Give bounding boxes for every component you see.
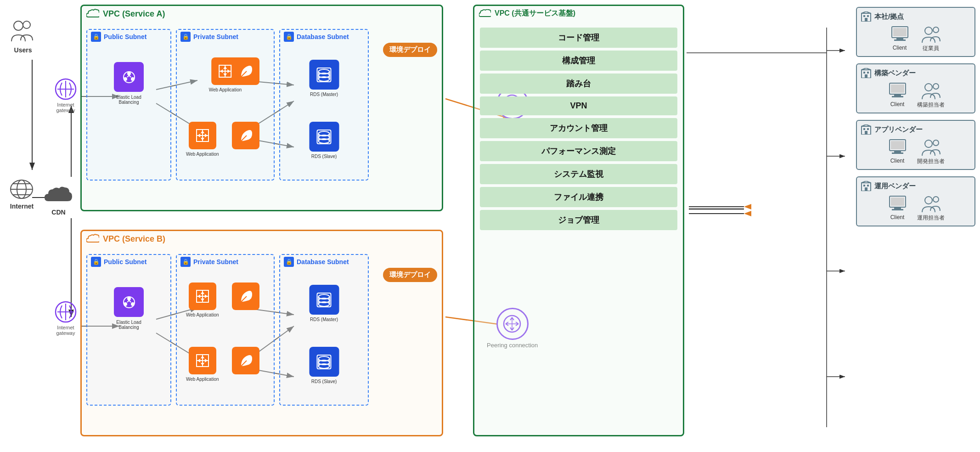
cdn-icon: [44, 184, 73, 207]
vendor-app-client-label: Client: [890, 158, 905, 164]
svg-marker-58: [205, 134, 208, 137]
leaf-svg-1b: [237, 288, 254, 305]
svg-point-151: [925, 197, 932, 204]
vendor-kochiku-header: 構築ベンダー: [861, 68, 971, 78]
vpc-common-title: VPC (共通サービス基盤): [495, 9, 575, 18]
vendor-app-person-label: 開発担当者: [917, 158, 945, 165]
rds-master-svg-a: [315, 65, 334, 85]
svg-rect-126: [892, 96, 903, 97]
webapp3-a-icon: [189, 122, 216, 149]
svg-rect-118: [863, 72, 865, 73]
public-subnet-a-label: Public Subnet: [104, 33, 146, 40]
vpc-service-a: VPC (Service A) 🔒 Public Subnet: [80, 5, 443, 211]
svg-rect-142: [863, 185, 865, 186]
database-subnet-a-header: 🔒 Database Subnet: [280, 30, 368, 44]
svg-rect-149: [894, 207, 901, 209]
webapp1-b-label: Web Application: [186, 312, 219, 317]
vendor-honsha-icons: Client 従業員: [861, 25, 971, 52]
vendor-unyo-header: 運用ベンダー: [861, 181, 971, 191]
vendor-honsha: 本社/拠点 Client: [856, 7, 975, 57]
svg-marker-48: [224, 66, 227, 69]
vpc-a-header: VPC (Service A): [82, 6, 442, 22]
internet-label: Internet: [10, 203, 34, 210]
svg-rect-106: [863, 15, 865, 17]
vendor-honsha-header: 本社/拠点: [861, 11, 971, 22]
svg-marker-87: [201, 356, 204, 358]
vpc-common-header: VPC (共通サービス基盤): [474, 6, 683, 21]
svg-point-40: [127, 72, 131, 75]
rds-master-a-container: RDS (Master): [309, 60, 339, 97]
webapp-svg-1a: [217, 62, 234, 80]
vendor-kochiku-client-label: Client: [890, 101, 905, 107]
webapp-svg-1b: [194, 288, 211, 305]
vendor-app-client: Client: [887, 138, 908, 165]
diagram: Users Internet CDN: [0, 0, 980, 452]
webapp-svg-2a: [194, 127, 211, 144]
lock-icon-private-a: 🔒: [180, 32, 191, 42]
elb-a-label: Elastic Load Balancing: [111, 95, 147, 105]
rds-slave-svg-b: [315, 352, 334, 372]
service-config-mgmt: 構成管理: [480, 51, 677, 71]
vendor-honsha-person-label: 従業員: [923, 45, 939, 52]
vendor-unyo-icons: Client 運用担当者: [861, 195, 971, 222]
svg-marker-57: [197, 134, 200, 137]
vpc-common: VPC (共通サービス基盤) コード管理 構成管理 踏み台 VPN アカウント管…: [473, 5, 684, 436]
webapp2-b-leaf-container: [232, 282, 259, 310]
elb-svg: [120, 68, 138, 86]
webapp3-a-label: Web Application: [186, 152, 219, 157]
webapp4-b-leaf-icon: [232, 347, 259, 374]
lock-icon-db-a: 🔒: [284, 32, 294, 42]
rds-master-a-icon: [309, 60, 339, 90]
lock-icon-public-b: 🔒: [91, 257, 101, 267]
lock-icon-private-b: 🔒: [180, 257, 191, 267]
internet-icon: [9, 179, 34, 200]
svg-rect-114: [894, 40, 906, 41]
webapp3-b-container: Web Application: [186, 347, 219, 382]
deploy-badge-b-text: 環境デプロイ: [389, 271, 431, 278]
vendor-app: アプリベンダー Client: [856, 120, 975, 170]
public-subnet-a-header: 🔒 Public Subnet: [87, 30, 170, 44]
database-subnet-b-header: 🔒 Database Subnet: [280, 255, 368, 269]
svg-point-127: [925, 84, 932, 91]
svg-point-42: [131, 77, 135, 81]
svg-rect-112: [893, 28, 907, 36]
svg-point-31: [23, 21, 30, 28]
database-subnet-a-label: Database Subnet: [297, 33, 349, 41]
person-icon-app: [919, 138, 942, 156]
lock-icon-public-a: 🔒: [91, 32, 101, 42]
computer-icon-app: [887, 138, 908, 156]
vendor-honsha-person: 従業員: [919, 25, 942, 52]
leaf-svg-2a: [237, 127, 254, 144]
vendor-kochiku-label: 構築ベンダー: [874, 69, 916, 78]
svg-rect-119: [867, 72, 869, 73]
vendor-kochiku-person-label: 構築担当者: [917, 101, 945, 109]
vendor-kochiku-client: Client: [887, 82, 908, 109]
svg-marker-56: [201, 138, 204, 141]
users-group: Users: [9, 18, 37, 54]
svg-rect-143: [867, 185, 869, 186]
vendor-unyo-label: 運用ベンダー: [874, 182, 916, 191]
vpc-b-header: VPC (Service B): [82, 231, 442, 247]
cloud-icon-a: [86, 9, 99, 19]
building-icon-kochiku: [861, 68, 872, 78]
public-subnet-b-label: Public Subnet: [104, 258, 146, 266]
person-icon-kochiku: [919, 82, 942, 99]
building-icon-honsha: [861, 11, 872, 22]
users-label: Users: [14, 46, 32, 54]
vendor-kochiku-person: 構築担当者: [917, 82, 945, 109]
rds-slave-b-label: RDS (Slave): [311, 379, 337, 384]
service-vpn: VPN: [480, 96, 677, 115]
public-subnet-b: 🔒 Public Subnet Elastic Load Balancing: [86, 254, 171, 406]
gateway-b-icon: [55, 301, 77, 323]
webapp3-a-container: Web Application: [186, 122, 219, 157]
svg-marker-80: [201, 291, 204, 294]
rds-slave-b-container: RDS (Slave): [309, 347, 339, 384]
service-file-transfer: ファイル連携: [480, 187, 677, 207]
svg-rect-120: [865, 74, 867, 78]
cdn-label: CDN: [51, 209, 65, 216]
leaf-svg-2b: [237, 352, 254, 369]
svg-point-73: [124, 302, 127, 306]
svg-rect-113: [896, 38, 903, 40]
webapp3-b-label: Web Application: [186, 377, 219, 382]
vpc-b-title: VPC (Service B): [103, 234, 165, 244]
